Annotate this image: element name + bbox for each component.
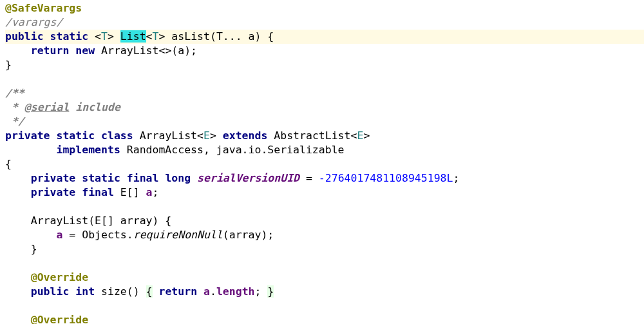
method-name: size: [101, 285, 127, 298]
punct: (array);: [223, 229, 274, 241]
type-name: ArrayList: [140, 129, 197, 142]
punct: >: [210, 129, 216, 142]
type-name: E[]: [120, 186, 140, 198]
doc-tag: @serial: [24, 101, 70, 113]
field: length: [216, 285, 255, 298]
keyword: private: [5, 129, 50, 142]
keyword: extends: [223, 129, 268, 142]
field: a: [146, 186, 153, 198]
doc-comment: *: [5, 101, 24, 113]
keyword: private: [31, 172, 76, 184]
punct: <: [146, 30, 153, 43]
punct: (): [127, 285, 146, 298]
doc-comment: */: [5, 115, 24, 128]
highlighted-line: public static <T> List<T> asList(T... a)…: [5, 30, 644, 44]
punct: >: [158, 30, 165, 43]
punct: <: [351, 129, 357, 142]
punct: ArrayList<>(a);: [101, 44, 197, 57]
code-line: private static final long serialVersionU…: [5, 172, 459, 184]
method-call: requireNonNull: [133, 229, 223, 241]
keyword: int: [75, 285, 95, 298]
keyword: class: [101, 129, 133, 142]
code-line: {: [5, 158, 12, 170]
generic-param: T: [101, 30, 108, 43]
code-line: private static class ArrayList<E> extend…: [5, 129, 370, 142]
keyword: long: [165, 172, 191, 184]
punct: }: [5, 59, 12, 71]
code-line: public int size() { return a.length; }: [5, 285, 274, 298]
keyword: public: [5, 30, 44, 43]
punct: >: [108, 30, 114, 43]
keyword: static: [50, 30, 89, 43]
brace: }: [267, 285, 274, 298]
generic-param: E: [204, 129, 210, 142]
punct: <: [197, 129, 204, 142]
constructor: ArrayList(E[] array) {: [31, 214, 172, 227]
punct: (T... a) {: [210, 30, 274, 43]
code-editor[interactable]: @SafeVarargs /varargs/ public static <T>…: [0, 0, 644, 324]
field: serialVersionUID: [197, 172, 299, 184]
code-line: }: [5, 59, 12, 71]
generic-param: E: [357, 129, 363, 142]
keyword: static: [56, 129, 95, 142]
brace: {: [146, 285, 153, 298]
code-line: a = Objects.requireNonNull(array);: [5, 229, 274, 241]
number: -2764017481108945198L: [319, 172, 453, 184]
doc-comment: /**: [5, 87, 24, 99]
code-line: @Override: [5, 314, 88, 324]
punct: >: [363, 129, 370, 142]
code-line: private final E[] a;: [5, 186, 158, 198]
keyword: return: [31, 44, 70, 57]
annotation: @SafeVarargs: [5, 2, 82, 14]
punct: = Objects.: [62, 229, 133, 241]
code-line: }: [5, 243, 37, 255]
keyword: return: [158, 285, 197, 298]
field: a: [204, 285, 210, 298]
keyword: public: [31, 285, 70, 298]
type-name: RandomAccess, java.io.Serializable: [127, 144, 345, 156]
keyword: final: [82, 186, 114, 198]
keyword: static: [82, 172, 120, 184]
keyword: private: [31, 186, 76, 198]
keyword: implements: [56, 144, 120, 156]
punct: {: [5, 158, 12, 170]
code-line: @SafeVarargs: [5, 2, 82, 14]
type-name: AbstractList: [274, 129, 350, 142]
code-line: /varargs/: [5, 16, 62, 28]
annotation: @Override: [31, 271, 88, 283]
comment: /varargs/: [5, 16, 62, 28]
method-name: asList: [171, 30, 210, 43]
code-line: @Override: [5, 271, 88, 283]
punct: <: [95, 30, 101, 43]
doc-comment: include: [69, 101, 120, 113]
code-line: */: [5, 115, 24, 128]
punct: }: [31, 243, 37, 255]
code-line: /**: [5, 87, 24, 99]
code-line: * @serial include: [5, 101, 120, 113]
keyword: new: [75, 44, 95, 57]
punct: ;: [153, 186, 159, 198]
punct: ;: [453, 172, 459, 184]
code-line: implements RandomAccess, java.io.Seriali…: [5, 144, 345, 156]
field: a: [56, 229, 62, 241]
code-line: ArrayList(E[] array) {: [5, 214, 171, 227]
punct: =: [299, 172, 319, 184]
code-line: return new ArrayList<>(a);: [5, 44, 197, 57]
caret-selection: List: [120, 30, 146, 43]
keyword: final: [127, 172, 159, 184]
punct: ;: [255, 285, 268, 298]
punct: .: [210, 285, 216, 298]
generic-param: T: [153, 30, 159, 43]
annotation: @Override: [31, 314, 88, 324]
